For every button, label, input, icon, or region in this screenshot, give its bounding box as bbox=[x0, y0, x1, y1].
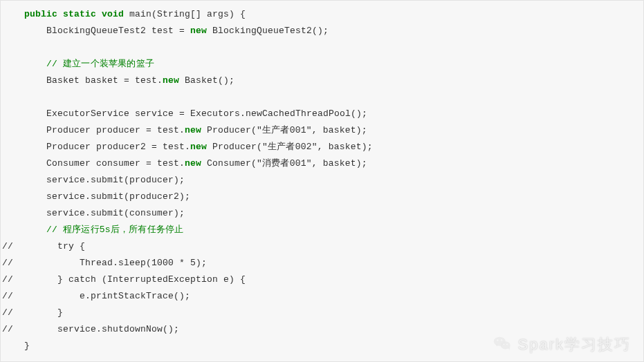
code-block: public static void main(String[] args) {… bbox=[1, 1, 643, 362]
code-line: service.submit(producer); bbox=[2, 172, 642, 189]
code-line: // Thread.sleep(1000 * 5); bbox=[2, 255, 642, 272]
svg-point-4 bbox=[497, 339, 498, 341]
svg-point-7 bbox=[506, 343, 508, 345]
code-line: service.submit(producer2); bbox=[2, 189, 642, 205]
code-line: // } bbox=[2, 305, 642, 321]
code-line: Producer producer = test.new Producer("生… bbox=[2, 122, 642, 139]
code-line bbox=[2, 89, 642, 106]
code-line: // try { bbox=[2, 238, 642, 255]
watermark: Spark学习技巧 bbox=[492, 333, 631, 356]
code-line: // } catch (InterruptedException e) { bbox=[2, 272, 642, 288]
code-line bbox=[2, 39, 642, 56]
code-line: service.submit(consumer); bbox=[2, 205, 642, 222]
svg-point-5 bbox=[500, 339, 502, 341]
wechat-icon bbox=[492, 333, 513, 356]
code-line: // 程序运行5s后，所有任务停止 bbox=[2, 222, 642, 238]
code-line: Producer producer2 = test.new Producer("… bbox=[2, 139, 642, 155]
code-line: Consumer consumer = test.new Consumer("消… bbox=[2, 155, 642, 172]
code-line: // 建立一个装苹果的篮子 bbox=[2, 56, 642, 73]
code-line: public static void main(String[] args) { bbox=[2, 6, 642, 23]
svg-point-6 bbox=[503, 343, 504, 345]
code-line: ExecutorService service = Executors.newC… bbox=[2, 106, 642, 122]
code-line: // e.printStackTrace(); bbox=[2, 288, 642, 305]
code-line: BlockingQueueTest2 test = new BlockingQu… bbox=[2, 23, 642, 39]
watermark-text: Spark学习技巧 bbox=[518, 334, 631, 355]
code-line: Basket basket = test.new Basket(); bbox=[2, 73, 642, 89]
